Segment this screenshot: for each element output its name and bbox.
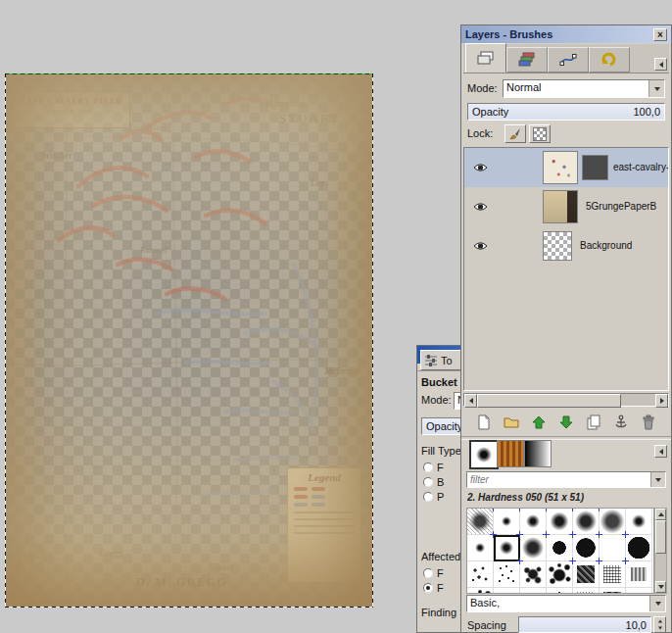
brush-grid[interactable] — [466, 508, 654, 594]
radio-icon[interactable] — [423, 583, 433, 593]
dock-titlebar[interactable]: Layers - Brushes × — [461, 25, 671, 43]
brush-cell-star[interactable] — [600, 535, 626, 561]
brush-cell-sp2[interactable] — [467, 588, 494, 594]
new-group-button[interactable] — [499, 410, 524, 435]
brush-cell-fz2[interactable] — [626, 509, 652, 535]
radio-option[interactable]: P — [423, 489, 444, 504]
spacing-spinner[interactable] — [653, 616, 666, 633]
anchor-layer-button[interactable] — [608, 410, 634, 435]
new-layer-button[interactable] — [471, 410, 497, 435]
brush-cell-spk[interactable] — [547, 588, 573, 594]
fill-type-radio-group[interactable]: FBP — [423, 460, 444, 504]
lock-alpha-button[interactable] — [529, 124, 551, 143]
spinner-down-icon[interactable] — [654, 625, 665, 633]
brush-cell-nz[interactable] — [573, 588, 600, 594]
tab-channels[interactable] — [506, 47, 548, 73]
layer-thumbnail[interactable] — [543, 190, 578, 223]
active-gradient-preview[interactable] — [524, 440, 552, 467]
layer-opacity-slider[interactable]: Opacity 100,0 — [467, 103, 665, 121]
brush-cell-fz5[interactable] — [600, 509, 626, 535]
spacing-slider[interactable]: 10,0 — [518, 616, 651, 633]
filter-dropdown-icon[interactable] — [650, 472, 665, 487]
affected-area-label: Affected — [421, 551, 460, 562]
layer-mask-thumbnail[interactable] — [582, 155, 608, 180]
scroll-left-icon[interactable] — [464, 394, 477, 408]
active-pattern-preview[interactable] — [497, 440, 524, 467]
chevron-down-icon[interactable] — [649, 596, 665, 611]
brush-tag-select[interactable]: Basic, — [466, 595, 666, 612]
radio-icon[interactable] — [423, 477, 433, 487]
spacing-label: Spacing — [467, 619, 506, 631]
raise-layer-button[interactable] — [526, 410, 552, 435]
brush-cell-fz1[interactable] — [467, 535, 494, 561]
tab-undo-history[interactable] — [589, 47, 630, 73]
tab-paths[interactable] — [548, 47, 589, 73]
radio-option[interactable]: F — [423, 565, 444, 580]
scroll-right-icon[interactable] — [655, 394, 668, 408]
brush-cell-fz4[interactable] — [573, 509, 600, 535]
vscrollbar-thumb[interactable] — [655, 520, 666, 554]
brush-cell-gr[interactable] — [573, 561, 600, 588]
visibility-eye-icon[interactable] — [473, 241, 488, 251]
layer-name[interactable]: east-cavalry-ba — [613, 162, 669, 172]
radio-option[interactable]: F — [423, 580, 444, 595]
visibility-eye-icon[interactable] — [473, 202, 488, 212]
layer-name[interactable]: 5GrungePaperB — [586, 201, 656, 212]
layer-list-hscrollbar[interactable] — [463, 393, 669, 407]
radio-label: P — [437, 491, 444, 503]
brush-cell-nz[interactable] — [600, 561, 626, 588]
hscrollbar-thumb[interactable] — [477, 394, 621, 408]
brush-cell-sp1[interactable] — [520, 561, 547, 588]
brush-cell-c2[interactable] — [573, 535, 600, 561]
visibility-eye-icon[interactable] — [473, 163, 488, 172]
layer-name[interactable]: Background — [580, 240, 632, 251]
brush-cell-fz1[interactable] — [494, 509, 520, 535]
scroll-down-icon[interactable] — [655, 581, 666, 593]
brush-cell-ch[interactable] — [626, 588, 652, 594]
layer-thumbnail[interactable] — [543, 231, 572, 261]
brush-cell-dots[interactable] — [494, 588, 520, 594]
brushes-menu-button[interactable] — [654, 445, 667, 458]
spinner-up-icon[interactable] — [654, 617, 665, 625]
brush-cell-c3[interactable] — [626, 535, 652, 561]
dock-title: Layers - Brushes — [465, 28, 552, 40]
brush-cell-sp1[interactable] — [520, 588, 547, 594]
layer-row-background[interactable]: Background — [464, 226, 668, 266]
map-label: Custer — [209, 561, 234, 572]
brush-cell-ch[interactable] — [626, 561, 652, 588]
brush-cell-c1[interactable] — [547, 535, 573, 561]
scroll-up-icon[interactable] — [655, 509, 666, 520]
layer-list: east-cavalry-ba 5GrungePaperB Background — [463, 147, 669, 391]
layer-mode-select[interactable]: Normal — [503, 79, 665, 98]
tool-options-dock-tab[interactable]: To — [420, 350, 463, 370]
brush-filter-input[interactable] — [467, 472, 650, 487]
close-icon[interactable]: × — [653, 28, 667, 41]
lock-pixels-button[interactable] — [504, 124, 526, 143]
layer-thumbnail[interactable] — [543, 151, 578, 184]
dock-menu-button[interactable] — [654, 58, 667, 71]
radio-option[interactable]: F — [423, 460, 444, 474]
brush-cell-fz4[interactable] — [520, 535, 547, 561]
tab-layers[interactable] — [465, 43, 506, 73]
brush-grid-vscrollbar[interactable] — [654, 508, 667, 594]
radio-icon[interactable] — [423, 463, 433, 472]
active-brush-preview[interactable] — [469, 440, 499, 469]
arrow-down-icon — [558, 414, 574, 430]
radio-icon[interactable] — [423, 492, 433, 502]
lower-layer-button[interactable] — [553, 410, 579, 435]
brush-cell-spk[interactable] — [494, 561, 520, 588]
layer-row-grunge-paper[interactable]: 5GrungePaperB — [464, 187, 668, 226]
brush-cell-fz2[interactable] — [494, 535, 520, 561]
duplicate-layer-button[interactable] — [581, 410, 606, 435]
chevron-down-icon[interactable] — [648, 80, 664, 97]
map-image-layer[interactable]: HamptonSTUARTChamblissWitcherLeeRummelMc… — [5, 73, 373, 608]
affected-area-radio-group[interactable]: FF — [423, 565, 444, 595]
brush-cell-sp2[interactable] — [547, 561, 573, 588]
radio-icon[interactable] — [423, 568, 433, 578]
layer-row-east-cavalry[interactable]: east-cavalry-ba — [464, 148, 668, 187]
map-legend: Legend — [287, 467, 361, 583]
brush-cell-dots[interactable] — [467, 561, 494, 588]
brush-cell-gr[interactable] — [600, 588, 626, 594]
radio-option[interactable]: B — [423, 474, 444, 489]
delete-layer-button[interactable] — [636, 410, 661, 435]
